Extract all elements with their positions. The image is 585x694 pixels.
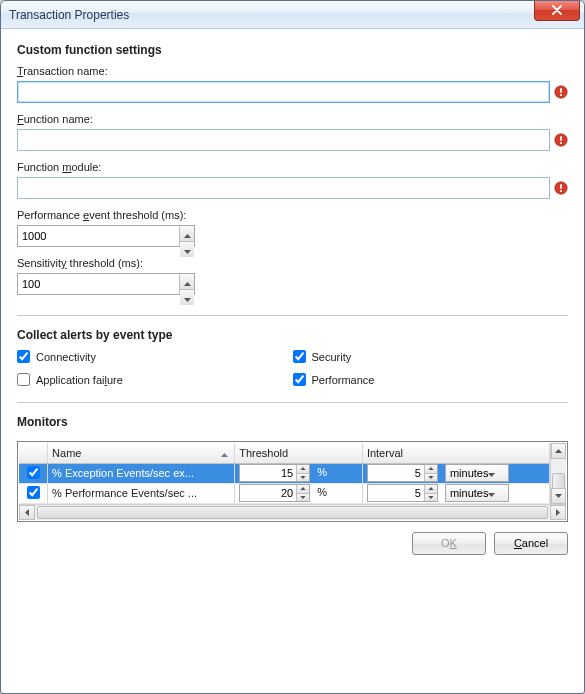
app-failure-checkbox[interactable]: Application failure [17, 373, 293, 386]
close-button[interactable] [534, 1, 580, 21]
app-failure-checkbox-input[interactable] [17, 373, 30, 386]
chevron-down-icon [184, 242, 191, 257]
svg-point-2 [560, 94, 562, 96]
connectivity-checkbox-input[interactable] [17, 350, 30, 363]
table-row[interactable]: % Performance Events/sec ... % [19, 483, 550, 503]
svg-rect-4 [560, 136, 562, 141]
spin-down-button[interactable] [425, 473, 437, 482]
dialog-body: Custom function settings Transaction nam… [1, 29, 584, 693]
spin-up-button[interactable] [180, 226, 194, 241]
spin-up-button[interactable] [425, 465, 437, 473]
function-module-label: Function module: [17, 161, 568, 173]
interval-unit-select[interactable]: minutes [445, 464, 509, 482]
scroll-left-button[interactable] [19, 505, 35, 520]
transaction-name-input[interactable] [17, 81, 550, 103]
interval-unit-select[interactable]: minutes [445, 484, 509, 502]
spin-down-button[interactable] [180, 241, 194, 257]
cancel-button[interactable]: Cancel [494, 532, 568, 555]
dialog-footer: OK Cancel [17, 522, 568, 555]
function-name-label: Function name: [17, 113, 568, 125]
col-checkbox-header[interactable] [19, 443, 48, 463]
error-icon [554, 181, 568, 195]
performance-checkbox[interactable]: Performance [293, 373, 569, 386]
spin-down-button[interactable] [425, 493, 437, 502]
perf-threshold-label: Performance event threshold (ms): [17, 209, 568, 221]
monitors-heading: Monitors [17, 415, 568, 429]
col-name-header[interactable]: Name [48, 443, 235, 463]
performance-label: Performance [312, 374, 375, 386]
threshold-unit: % [317, 486, 327, 498]
scroll-right-button[interactable] [550, 505, 566, 520]
window-title: Transaction Properties [9, 8, 534, 22]
threshold-spinner[interactable] [239, 464, 310, 482]
sensitivity-threshold-input[interactable] [18, 274, 179, 294]
custom-function-heading: Custom function settings [17, 43, 568, 57]
app-failure-label: Application failure [36, 374, 123, 386]
perf-threshold-input[interactable] [18, 226, 179, 246]
chevron-down-icon [488, 467, 505, 479]
spin-down-button[interactable] [180, 289, 194, 305]
sensitivity-threshold-spinner[interactable] [17, 273, 195, 295]
ok-button[interactable]: OK [412, 532, 486, 555]
alerts-grid: Connectivity Security Application failur… [17, 350, 568, 386]
spin-down-button[interactable] [297, 493, 309, 502]
chevron-up-icon [184, 226, 191, 241]
function-module-input[interactable] [17, 177, 550, 199]
scroll-up-button[interactable] [551, 443, 566, 459]
svg-point-5 [560, 142, 562, 144]
threshold-input[interactable] [240, 485, 296, 501]
connectivity-checkbox[interactable]: Connectivity [17, 350, 293, 363]
svg-point-8 [560, 190, 562, 192]
col-interval-header[interactable]: Interval [362, 443, 549, 463]
chevron-up-icon [184, 274, 191, 289]
spin-up-button[interactable] [180, 274, 194, 289]
scroll-down-button[interactable] [551, 488, 566, 504]
row-threshold-cell: % [235, 483, 363, 503]
svg-rect-1 [560, 88, 562, 93]
row-name-cell: % Exception Events/sec ex... [48, 463, 235, 483]
collect-alerts-heading: Collect alerts by event type [17, 328, 568, 342]
row-interval-cell: minutes [362, 463, 549, 483]
row-name-cell: % Performance Events/sec ... [48, 483, 235, 503]
col-threshold-header[interactable]: Threshold [235, 443, 363, 463]
security-label: Security [312, 351, 352, 363]
svg-rect-7 [560, 184, 562, 189]
spin-up-button[interactable] [425, 485, 437, 493]
security-checkbox-input[interactable] [293, 350, 306, 363]
performance-checkbox-input[interactable] [293, 373, 306, 386]
scroll-thumb[interactable] [37, 506, 548, 519]
chevron-down-icon [184, 290, 191, 305]
perf-threshold-spinner[interactable] [17, 225, 195, 247]
error-icon [554, 85, 568, 99]
sensitivity-threshold-label: Sensitivity threshold (ms): [17, 257, 568, 269]
function-name-input[interactable] [17, 129, 550, 151]
spin-up-button[interactable] [297, 485, 309, 493]
row-enable-checkbox[interactable] [27, 486, 40, 499]
sort-asc-icon [221, 447, 228, 459]
error-icon [554, 133, 568, 147]
table-row[interactable]: % Exception Events/sec ex... % [19, 463, 550, 483]
divider [17, 402, 568, 403]
interval-spinner[interactable] [367, 464, 438, 482]
title-bar: Transaction Properties [1, 1, 584, 29]
spin-up-button[interactable] [297, 465, 309, 473]
threshold-input[interactable] [240, 465, 296, 481]
row-enable-checkbox[interactable] [27, 466, 40, 479]
spin-down-button[interactable] [297, 473, 309, 482]
interval-input[interactable] [368, 465, 424, 481]
security-checkbox[interactable]: Security [293, 350, 569, 363]
close-icon [551, 5, 563, 17]
monitors-box: Name Threshold Interval % Exception Even… [17, 441, 568, 522]
row-threshold-cell: % [235, 463, 363, 483]
threshold-spinner[interactable] [239, 484, 310, 502]
horizontal-scrollbar[interactable] [19, 504, 566, 520]
chevron-down-icon [488, 487, 505, 499]
vertical-scrollbar[interactable] [550, 443, 566, 504]
interval-input[interactable] [368, 485, 424, 501]
interval-spinner[interactable] [367, 484, 438, 502]
monitors-table: Name Threshold Interval % Exception Even… [19, 443, 550, 504]
connectivity-label: Connectivity [36, 351, 96, 363]
divider [17, 315, 568, 316]
row-interval-cell: minutes [362, 483, 549, 503]
transaction-name-label: Transaction name: [17, 65, 568, 77]
